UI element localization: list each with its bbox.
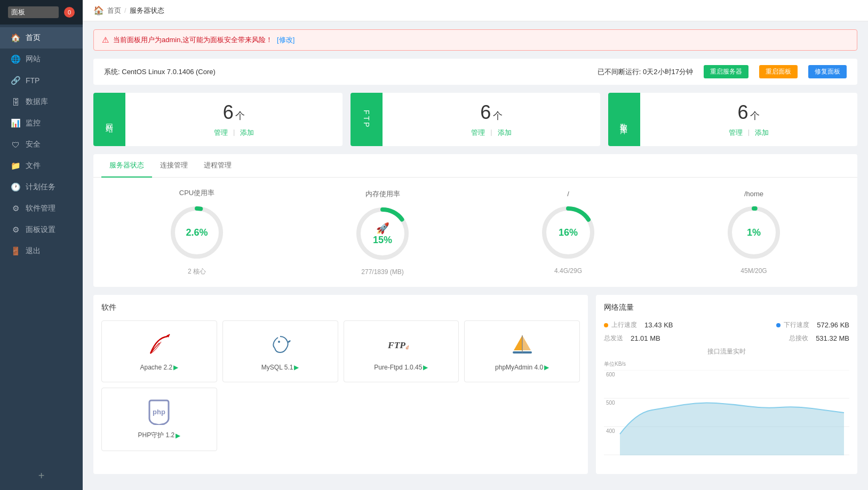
cpu-gauge-label: 2 核心 — [188, 267, 206, 276]
disk-gauge-title: / — [567, 190, 569, 198]
db-stat-content: 6 个 管理 | 添加 — [640, 93, 857, 146]
apache-icon — [146, 332, 172, 358]
sidebar-item-label: 文件 — [26, 161, 41, 171]
memory-gauge: 内存使用率 🚀 15% 277/1839 (MB) — [353, 189, 412, 276]
mysql-name: MySQL 5.1 ▶ — [261, 364, 299, 371]
sidebar-item-label: 网站 — [26, 54, 41, 64]
sidebar-item-security[interactable]: 🛡 安全 — [0, 134, 83, 155]
alert-fix-link[interactable]: [修改] — [277, 35, 294, 45]
sidebar-item-logout[interactable]: 🚪 退出 — [0, 240, 83, 262]
db-manage-link[interactable]: 管理 — [729, 128, 743, 138]
sidebar-item-panelsettings[interactable]: ⚙ 面板设置 — [0, 219, 83, 240]
total-recv-stat: 总接收 531.32 MB — [789, 334, 849, 343]
add-button[interactable]: + — [0, 462, 83, 490]
download-label: 下行速度 — [784, 320, 809, 330]
software-item-apache[interactable]: Apache 2.2 ▶ — [101, 320, 217, 382]
website-badge: 网站 — [93, 93, 125, 146]
restart-server-button[interactable]: 重启服务器 — [704, 65, 748, 78]
software-item-ftpd[interactable]: FTP d Pure-Ftpd 1.0.45 ▶ — [344, 320, 459, 382]
sidebar-header: 面板 0 — [0, 0, 83, 25]
sidebar-item-ftp[interactable]: 🔗 FTP — [0, 70, 83, 91]
cpu-gauge-wrap: 2.6% — [168, 203, 226, 262]
software-grid: Apache 2.2 ▶ — [101, 320, 580, 451]
cpu-gauge: CPU使用率 2.6% 2 核心 — [168, 188, 226, 276]
memory-gauge-title: 内存使用率 — [365, 189, 400, 199]
alert-banner: ⚠ 当前面板用户为admin,这可能为面板安全带来风险！ [修改] — [93, 29, 857, 51]
sidebar-item-monitor[interactable]: 📊 监控 — [0, 113, 83, 134]
restart-panel-button[interactable]: 重启面板 — [759, 65, 798, 78]
svg-text:FTP: FTP — [388, 340, 405, 350]
sidebar: 面板 0 🏠 首页 🌐 网站 🔗 FTP 🗄 数据库 📊 监控 🛡 安全 📁 — [0, 0, 83, 490]
download-dot — [776, 323, 781, 327]
memory-gauge-wrap: 🚀 15% — [353, 204, 412, 263]
disk-gauge: / 16% 4.4G/29G — [539, 190, 598, 275]
software-panel: 软件 — [93, 295, 588, 474]
system-label: 系统: — [104, 68, 120, 76]
ftpd-name: Pure-Ftpd 1.0.45 ▶ — [374, 364, 428, 371]
network-stats-row1: 上行速度 13.43 KB 下行速度 572.96 KB — [604, 320, 849, 330]
download-stat: 下行速度 572.96 KB — [776, 320, 849, 330]
software-item-php[interactable]: php PHP守护 1.2 ▶ — [101, 388, 217, 451]
php-icon: php — [146, 399, 172, 425]
sidebar-item-home[interactable]: 🏠 首页 — [0, 27, 83, 49]
breadcrumb-home[interactable]: 首页 — [107, 6, 121, 15]
sidebar-item-label: 数据库 — [26, 97, 48, 107]
sidebar-item-database[interactable]: 🗄 数据库 — [0, 91, 83, 113]
svg-text:500: 500 — [606, 400, 615, 406]
gauges-row: CPU使用率 2.6% 2 核心 — [104, 188, 847, 276]
db-add-link[interactable]: 添加 — [755, 128, 769, 138]
sidebar-item-files[interactable]: 📁 文件 — [0, 155, 83, 176]
sidebar-item-label: 退出 — [26, 246, 41, 256]
uptime-text: 已不间断运行: 0天2小时17分钟 — [598, 67, 693, 77]
svg-marker-13 — [522, 335, 531, 350]
website-add-link[interactable]: 添加 — [240, 128, 254, 138]
sidebar-item-label: 首页 — [26, 33, 41, 43]
network-panel: 网络流量 上行速度 13.43 KB 下行速度 572.96 KB — [596, 295, 857, 474]
download-value: 572.96 KB — [817, 321, 849, 329]
website-manage-link[interactable]: 管理 — [214, 128, 228, 138]
chart-title: 接口流量实时 — [604, 347, 849, 356]
disk-gauge-label: 4.4G/29G — [554, 267, 582, 275]
tab-server-status[interactable]: 服务器状态 — [101, 154, 152, 178]
monitor-icon: 📊 — [11, 118, 20, 128]
sidebar-item-software[interactable]: ⚙ 软件管理 — [0, 198, 83, 219]
chart-unit: 单位KB/s — [604, 360, 849, 368]
ftp-manage-link[interactable]: 管理 — [471, 128, 485, 138]
stats-row: 网站 6 个 管理 | 添加 FTP 6 — [93, 93, 857, 146]
tab-connection-mgmt[interactable]: 连接管理 — [152, 154, 196, 178]
website-stat-card: 网站 6 个 管理 | 添加 — [93, 93, 343, 146]
uptime-label: 已不间断运行: — [598, 68, 641, 76]
phpmyadmin-name: phpMyAdmin 4.0 ▶ — [495, 364, 549, 371]
ftp-badge: FTP — [351, 93, 383, 146]
total-recv-label: 总接收 — [789, 334, 808, 343]
memory-gauge-label: 277/1839 (MB) — [361, 268, 403, 276]
tab-process-mgmt[interactable]: 进程管理 — [196, 154, 240, 178]
bottom-row: 软件 — [93, 295, 857, 474]
svg-text:d: d — [406, 344, 409, 350]
website-count: 6 个 — [223, 101, 245, 124]
svg-text:php: php — [153, 408, 165, 416]
server-tabs: 服务器状态 连接管理 进程管理 CPU使用率 — [93, 154, 857, 287]
sidebar-item-label: FTP — [26, 76, 39, 85]
network-panel-title: 网络流量 — [604, 303, 849, 312]
software-item-mysql[interactable]: MySQL 5.1 ▶ — [222, 320, 338, 382]
total-send-value: 21.01 MB — [631, 334, 660, 342]
software-panel-title: 软件 — [101, 303, 580, 312]
ftp-add-link[interactable]: 添加 — [498, 128, 512, 138]
tab-header: 服务器状态 连接管理 进程管理 — [93, 154, 857, 178]
ftpd-icon: FTP d — [388, 332, 415, 358]
breadcrumb-separator: / — [124, 6, 126, 14]
breadcrumb-current: 服务器状态 — [130, 6, 164, 15]
tab-content: CPU使用率 2.6% 2 核心 — [93, 178, 857, 287]
topbar: 🏠 首页 / 服务器状态 — [83, 0, 868, 21]
repair-panel-button[interactable]: 修复面板 — [808, 65, 847, 78]
home-breadcrumb-icon: 🏠 — [93, 5, 104, 15]
sidebar-item-website[interactable]: 🌐 网站 — [0, 49, 83, 70]
upload-stat: 上行速度 13.43 KB — [604, 320, 673, 330]
sidebar-item-label: 监控 — [26, 118, 41, 128]
sidebar-item-cron[interactable]: 🕐 计划任务 — [0, 176, 83, 198]
software-item-phpmyadmin[interactable]: phpMyAdmin 4.0 ▶ — [464, 320, 580, 382]
network-stats-row2: 总发送 21.01 MB 总接收 531.32 MB — [604, 334, 849, 343]
db-count: 6 个 — [737, 101, 760, 124]
sidebar-item-label: 面板设置 — [26, 225, 55, 235]
